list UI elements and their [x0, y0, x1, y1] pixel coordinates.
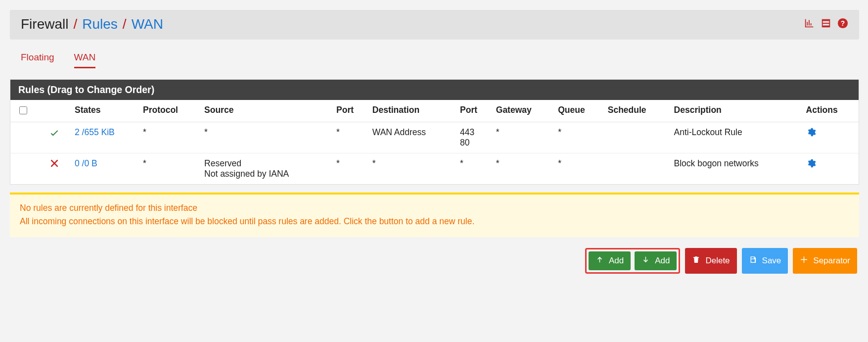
states-link[interactable]: 2 /655 KiB: [75, 127, 115, 137]
arrow-up-icon: [595, 255, 604, 266]
col-states: States: [71, 100, 139, 122]
breadcrumb-wan[interactable]: WAN: [132, 17, 163, 32]
delete-label: Delete: [705, 256, 730, 266]
select-all-checkbox[interactable]: [19, 106, 27, 114]
svg-text:?: ?: [841, 19, 845, 27]
cell-source: Reserved Not assigned by IANA: [200, 153, 332, 184]
rules-title: Rules (Drag to Change Order): [10, 80, 859, 100]
table-row[interactable]: 2 /655 KiB * * * WAN Address 443 80 * * …: [10, 122, 859, 153]
cell-description: Block bogon networks: [670, 153, 802, 184]
cell-schedule: [604, 122, 670, 153]
action-bar: Add Add Delete Save Separator: [10, 248, 859, 274]
cell-source: *: [200, 122, 332, 153]
col-source: Source: [200, 100, 332, 122]
tabs: Floating WAN: [21, 52, 855, 68]
col-schedule: Schedule: [604, 100, 670, 122]
add-top-label: Add: [609, 256, 624, 266]
col-gateway: Gateway: [492, 100, 554, 122]
cell-gateway: *: [492, 153, 554, 184]
arrow-down-icon: [641, 255, 650, 266]
save-icon: [749, 255, 757, 266]
cell-port-src: *: [332, 153, 368, 184]
separator-button[interactable]: Separator: [793, 248, 857, 274]
cell-description: Anti-Lockout Rule: [670, 122, 802, 153]
save-label: Save: [762, 256, 781, 266]
separator-label: Separator: [813, 256, 850, 266]
add-bottom-button[interactable]: Add: [635, 251, 677, 270]
cell-port-src: *: [332, 122, 368, 153]
rules-table: States Protocol Source Port Destination …: [10, 100, 859, 184]
col-actions: Actions: [802, 100, 859, 122]
add-top-button[interactable]: Add: [589, 251, 631, 270]
cell-gateway: *: [492, 122, 554, 153]
breadcrumb-sep: /: [70, 17, 80, 32]
edit-rule-button[interactable]: [802, 122, 859, 153]
cell-queue: *: [554, 122, 604, 153]
col-queue: Queue: [554, 100, 604, 122]
col-port-src: Port: [332, 100, 368, 122]
tab-floating[interactable]: Floating: [21, 52, 54, 68]
col-port-dst: Port: [456, 100, 492, 122]
table-row[interactable]: 0 /0 B * Reserved Not assigned by IANA *…: [10, 153, 859, 184]
help-icon[interactable]: ?: [837, 18, 848, 31]
col-protocol: Protocol: [139, 100, 200, 122]
edit-rule-button[interactable]: [802, 153, 859, 184]
cell-port-dst: *: [456, 153, 492, 184]
info-line1: No rules are currently defined for this …: [20, 201, 849, 215]
cell-protocol: *: [139, 122, 200, 153]
add-bottom-label: Add: [655, 256, 670, 266]
col-description: Description: [670, 100, 802, 122]
add-button-highlight: Add Add: [585, 248, 681, 274]
breadcrumb-rules[interactable]: Rules: [82, 17, 118, 32]
cell-destination: *: [368, 153, 456, 184]
breadcrumb-sep: /: [120, 17, 130, 32]
cell-schedule: [604, 153, 670, 184]
list-icon[interactable]: [821, 18, 831, 31]
header-icons: ?: [804, 18, 848, 31]
info-line2: All incoming connections on this interfa…: [20, 215, 849, 228]
breadcrumb-root: Firewall: [21, 17, 68, 32]
rules-panel: Rules (Drag to Change Order) States Prot…: [10, 79, 859, 185]
tab-wan[interactable]: WAN: [74, 52, 96, 68]
header-panel: Firewall / Rules / WAN ?: [10, 10, 859, 39]
plus-icon: [800, 255, 808, 266]
cell-queue: *: [554, 153, 604, 184]
info-box: No rules are currently defined for this …: [10, 193, 859, 237]
breadcrumb: Firewall / Rules / WAN: [21, 17, 163, 32]
states-link[interactable]: 0 /0 B: [75, 158, 97, 168]
block-icon: [38, 153, 71, 184]
cell-destination: WAN Address: [368, 122, 456, 153]
save-button[interactable]: Save: [742, 248, 788, 274]
pass-icon: [38, 122, 71, 153]
cell-port-dst: 443 80: [456, 122, 492, 153]
col-destination: Destination: [368, 100, 456, 122]
cell-protocol: *: [139, 153, 200, 184]
trash-icon: [692, 255, 700, 266]
stats-icon[interactable]: [804, 18, 815, 31]
delete-button[interactable]: Delete: [685, 248, 736, 274]
